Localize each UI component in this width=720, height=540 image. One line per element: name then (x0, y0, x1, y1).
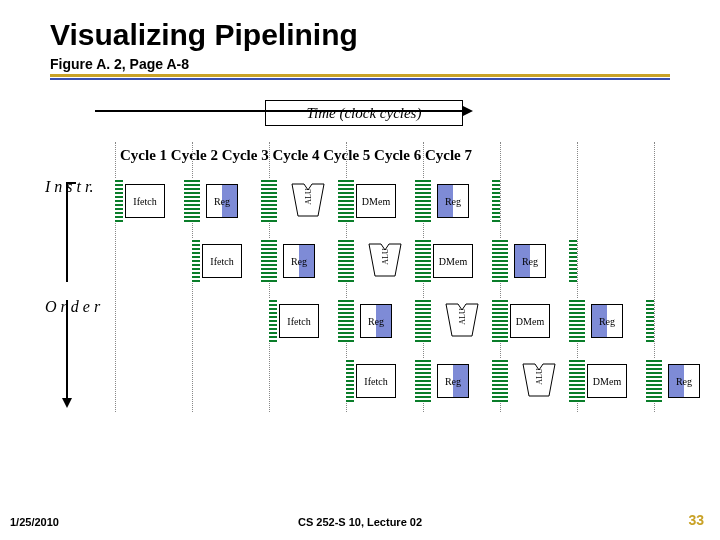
time-axis-label: Time (clock cycles) (265, 100, 463, 126)
stage-box-reg1: Reg (360, 304, 392, 338)
latch-right-icon (569, 358, 577, 402)
latch-right-icon (261, 238, 269, 282)
footer-course: CS 252-S 10, Lecture 02 (0, 516, 720, 528)
latch-right-icon (569, 238, 577, 282)
latch-right-icon (492, 238, 500, 282)
latch-right-icon (415, 358, 423, 402)
latch-left-icon (269, 178, 277, 222)
latch-right-icon (415, 238, 423, 282)
latch-left-icon (423, 298, 431, 342)
latch-left-icon (346, 238, 354, 282)
stage-reg2: Reg (500, 238, 577, 282)
latch-left-icon (500, 238, 508, 282)
latch-left-icon (423, 238, 431, 282)
latch-right-icon (646, 298, 654, 342)
stage-reg1: Reg (346, 298, 423, 342)
slide-title: Visualizing Pipelining (50, 18, 358, 52)
stage-dmem: DMem (346, 178, 423, 222)
latch-left-icon (115, 178, 123, 222)
stage-dmem: DMem (577, 358, 654, 402)
y-axis-arrow-icon (62, 398, 72, 408)
rule-blue (50, 78, 670, 80)
stage-box-reg2: Reg (668, 364, 700, 398)
stage-alu: ALU (269, 178, 346, 222)
y-axis-segment-2 (66, 300, 68, 400)
stage-ifetch: Ifetch (115, 178, 192, 222)
latch-right-icon (646, 358, 654, 402)
stage-box-reg1: Reg (437, 364, 469, 398)
stage-alu: ALU (346, 238, 423, 282)
stage-dmem: DMem (500, 298, 577, 342)
stage-reg2: Reg (577, 298, 654, 342)
stage-box-ifetch: Ifetch (125, 184, 165, 218)
stage-box-reg1: Reg (283, 244, 315, 278)
latch-right-icon (415, 298, 423, 342)
alu-label: ALU (303, 179, 312, 215)
stage-reg1: Reg (269, 238, 346, 282)
rule-gold (50, 74, 670, 77)
latch-left-icon (346, 358, 354, 402)
latch-right-icon (569, 298, 577, 342)
stage-ifetch: Ifetch (346, 358, 423, 402)
latch-right-icon (492, 358, 500, 402)
stage-box-reg2: Reg (514, 244, 546, 278)
stage-box-reg1: Reg (206, 184, 238, 218)
stage-alu: ALU (500, 358, 577, 402)
latch-right-icon (338, 298, 346, 342)
stage-box-ifetch: Ifetch (279, 304, 319, 338)
latch-left-icon (423, 358, 431, 402)
latch-left-icon (654, 358, 662, 402)
footer-page-number: 33 (688, 512, 704, 528)
latch-right-icon (261, 178, 269, 222)
latch-left-icon (500, 358, 508, 402)
stage-box-reg2: Reg (591, 304, 623, 338)
latch-left-icon (500, 298, 508, 342)
latch-left-icon (577, 298, 585, 342)
stage-alu: ALU (423, 298, 500, 342)
stage-reg2: Reg (654, 358, 720, 402)
latch-left-icon (192, 238, 200, 282)
latch-left-icon (577, 358, 585, 402)
stage-box-dmem: DMem (510, 304, 550, 338)
alu-label: ALU (457, 299, 466, 335)
stage-reg1: Reg (423, 358, 500, 402)
slide-subtitle: Figure A. 2, Page A-8 (50, 56, 189, 72)
latch-right-icon (184, 178, 192, 222)
cycle-header-row: Cycle 1 Cycle 2 Cycle 3 Cycle 4 Cycle 5 … (120, 147, 472, 164)
latch-right-icon (415, 178, 423, 222)
latch-right-icon (492, 298, 500, 342)
stage-reg2: Reg (423, 178, 500, 222)
latch-left-icon (192, 178, 200, 222)
latch-right-icon (492, 178, 500, 222)
stage-dmem: DMem (423, 238, 500, 282)
stage-reg1: Reg (192, 178, 269, 222)
latch-left-icon (346, 178, 354, 222)
alu-label: ALU (380, 239, 389, 275)
stage-box-ifetch: Ifetch (356, 364, 396, 398)
stage-box-reg2: Reg (437, 184, 469, 218)
latch-left-icon (269, 238, 277, 282)
y-label-instr: I n s t r. (45, 178, 93, 196)
stage-ifetch: Ifetch (192, 238, 269, 282)
y-axis-segment-1 (66, 182, 68, 282)
y-label-order: O r d e r (45, 298, 100, 316)
y-axis-tick (66, 182, 76, 184)
stage-box-dmem: DMem (356, 184, 396, 218)
latch-right-icon (338, 238, 346, 282)
stage-ifetch: Ifetch (269, 298, 346, 342)
time-axis-arrow-icon (463, 106, 473, 116)
stage-box-dmem: DMem (433, 244, 473, 278)
latch-left-icon (346, 298, 354, 342)
stage-box-dmem: DMem (587, 364, 627, 398)
latch-left-icon (423, 178, 431, 222)
stage-box-ifetch: Ifetch (202, 244, 242, 278)
latch-left-icon (269, 298, 277, 342)
alu-label: ALU (534, 359, 543, 395)
latch-right-icon (338, 178, 346, 222)
